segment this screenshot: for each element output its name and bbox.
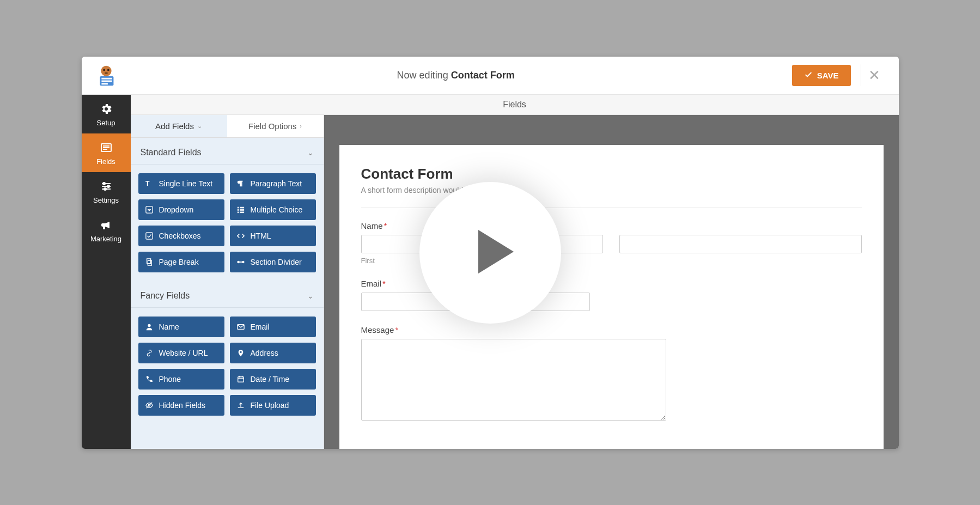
text-icon: T xyxy=(145,179,154,188)
svg-rect-23 xyxy=(240,206,244,208)
field-btn-label: Paragraph Text xyxy=(251,179,302,188)
envelope-icon xyxy=(236,323,245,331)
chevron-down-icon: ⌄ xyxy=(307,148,314,157)
required-indicator: * xyxy=(382,279,386,288)
svg-rect-22 xyxy=(237,211,239,213)
field-btn-date-time[interactable]: Date / Time xyxy=(230,369,316,390)
nav-fields[interactable]: Fields xyxy=(82,133,131,172)
tab-add-fields[interactable]: Add Fields ⌄ xyxy=(131,115,227,137)
field-label-text: Email xyxy=(361,279,382,288)
tab-field-options[interactable]: Field Options › xyxy=(227,115,324,137)
form-name: Contact Form xyxy=(451,70,515,81)
group-standard-title: Standard Fields xyxy=(141,148,202,157)
field-btn-label: Page Break xyxy=(159,258,199,266)
tab-add-fields-label: Add Fields xyxy=(155,121,194,131)
standard-fields-grid: TSingle Line Text Paragraph Text Dropdow… xyxy=(131,165,324,281)
list-icon xyxy=(236,205,245,214)
group-fancy-fields[interactable]: Fancy Fields ⌄ xyxy=(131,281,324,308)
svg-rect-7 xyxy=(101,83,108,84)
field-btn-label: Address xyxy=(251,349,278,357)
field-btn-hidden-fields[interactable]: Hidden Fields xyxy=(138,395,224,416)
upload-icon xyxy=(236,401,245,410)
map-pin-icon xyxy=(236,349,245,357)
svg-rect-33 xyxy=(237,324,244,329)
check-icon xyxy=(804,70,813,81)
close-icon: ✕ xyxy=(868,67,880,83)
svg-point-15 xyxy=(103,182,105,185)
field-btn-name[interactable]: Name xyxy=(138,317,224,337)
field-btn-label: Date / Time xyxy=(251,375,290,384)
wpforms-logo-icon xyxy=(93,62,120,89)
files-icon xyxy=(145,258,154,266)
svg-rect-24 xyxy=(240,209,244,211)
field-label-text: Message xyxy=(361,325,394,334)
message-textarea[interactable] xyxy=(361,339,666,421)
field-btn-section-divider[interactable]: Section Divider xyxy=(230,252,316,272)
phone-icon xyxy=(145,375,154,384)
svg-point-30 xyxy=(238,261,239,263)
nav-settings[interactable]: Settings xyxy=(82,172,131,211)
section-header-label: Fields xyxy=(503,100,526,109)
calendar-icon xyxy=(236,375,245,384)
fancy-fields-grid: Name Email Website / URL Address Phone D… xyxy=(131,308,324,424)
svg-point-32 xyxy=(148,324,150,326)
svg-rect-20 xyxy=(237,206,239,208)
caret-square-icon xyxy=(145,205,154,214)
svg-rect-26 xyxy=(145,232,152,239)
last-name-input[interactable] xyxy=(619,235,862,253)
nav-settings-label: Settings xyxy=(93,196,119,204)
play-icon xyxy=(459,224,522,281)
form-preview-title: Contact Form xyxy=(361,166,862,182)
check-square-icon xyxy=(145,232,154,240)
field-btn-paragraph-text[interactable]: Paragraph Text xyxy=(230,173,316,194)
panel-tabs: Add Fields ⌄ Field Options › xyxy=(131,115,324,138)
tab-field-options-label: Field Options xyxy=(248,121,296,131)
svg-point-1 xyxy=(103,69,105,71)
gear-icon xyxy=(100,102,113,115)
field-btn-label: Dropdown xyxy=(159,205,194,214)
preview-field-message[interactable]: Message* xyxy=(361,325,862,423)
svg-rect-25 xyxy=(240,211,244,213)
svg-text:T: T xyxy=(145,180,150,187)
paragraph-icon xyxy=(236,179,245,188)
field-label: Message* xyxy=(361,325,862,334)
app-window: Now editing Contact Form SAVE ✕ Setup xyxy=(82,57,899,449)
close-button[interactable]: ✕ xyxy=(861,64,888,86)
section-header: Fields xyxy=(131,95,899,115)
field-btn-single-line-text[interactable]: TSingle Line Text xyxy=(138,173,224,194)
field-btn-label: Checkboxes xyxy=(159,232,201,240)
nav-setup[interactable]: Setup xyxy=(82,95,131,133)
field-btn-label: Single Line Text xyxy=(159,179,213,188)
field-btn-checkboxes[interactable]: Checkboxes xyxy=(138,226,224,246)
group-fancy-title: Fancy Fields xyxy=(141,291,190,301)
editing-prefix: Now editing xyxy=(397,70,451,81)
field-btn-website-url[interactable]: Website / URL xyxy=(138,343,224,363)
required-indicator: * xyxy=(395,325,398,334)
page-title: Now editing Contact Form xyxy=(120,70,792,81)
field-btn-dropdown[interactable]: Dropdown xyxy=(138,199,224,220)
form-preview-description: A short form description would go here. xyxy=(361,186,862,194)
field-btn-label: HTML xyxy=(251,232,271,240)
field-btn-html[interactable]: HTML xyxy=(230,226,316,246)
save-button[interactable]: SAVE xyxy=(792,65,851,86)
field-btn-email[interactable]: Email xyxy=(230,317,316,337)
nav-setup-label: Setup xyxy=(97,119,115,127)
svg-rect-27 xyxy=(147,258,150,263)
field-btn-file-upload[interactable]: File Upload xyxy=(230,395,316,416)
divider-icon xyxy=(236,258,245,266)
svg-point-2 xyxy=(107,69,109,71)
code-icon xyxy=(236,232,245,240)
field-btn-multiple-choice[interactable]: Multiple Choice xyxy=(230,199,316,220)
form-preview[interactable]: Contact Form A short form description wo… xyxy=(339,145,884,449)
field-btn-label: Website / URL xyxy=(159,349,208,357)
nav-fields-label: Fields xyxy=(96,157,115,166)
play-video-button[interactable] xyxy=(419,182,561,324)
group-standard-fields[interactable]: Standard Fields ⌄ xyxy=(131,138,324,165)
field-btn-phone[interactable]: Phone xyxy=(138,369,224,390)
eye-slash-icon xyxy=(145,401,154,410)
user-icon xyxy=(145,323,154,331)
field-btn-page-break[interactable]: Page Break xyxy=(138,252,224,272)
nav-marketing[interactable]: Marketing xyxy=(82,211,131,250)
fields-panel: Add Fields ⌄ Field Options › Standard Fi… xyxy=(131,115,324,449)
field-btn-address[interactable]: Address xyxy=(230,343,316,363)
